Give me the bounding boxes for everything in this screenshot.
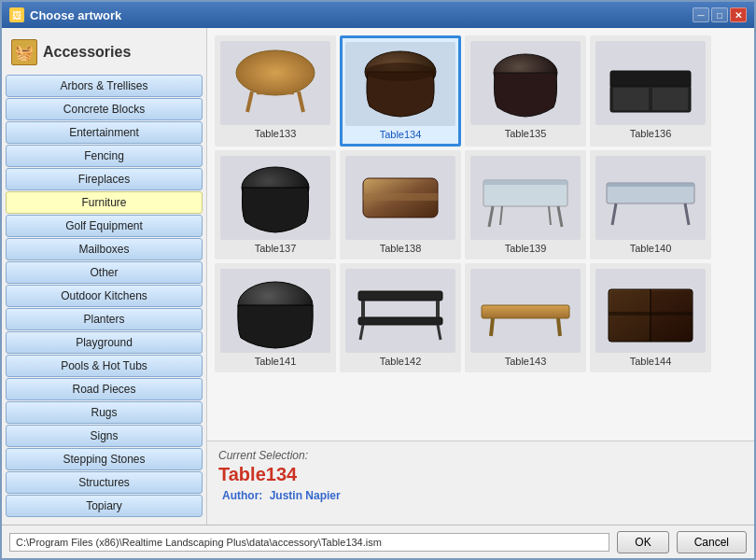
sidebar-item-playground[interactable]: Playground — [6, 331, 203, 354]
sidebar-item-concrete[interactable]: Concrete Blocks — [6, 98, 203, 120]
sidebar-item-pools[interactable]: Pools & Hot Tubs — [6, 355, 203, 377]
item-label-table143: Table143 — [505, 356, 547, 367]
item-table136[interactable]: Table136 — [590, 35, 711, 147]
item-table133[interactable]: Table133 — [215, 35, 336, 147]
svg-rect-25 — [358, 291, 442, 301]
selection-label: Current Selection: — [218, 449, 743, 462]
item-thumb-table142 — [345, 269, 455, 353]
item-label-table141: Table141 — [255, 356, 297, 367]
item-table139[interactable]: Table139 — [465, 150, 586, 259]
item-table140[interactable]: Table140 — [590, 150, 711, 259]
sidebar: 🧺 Accessories Arbors & Trellises Concret… — [2, 28, 207, 525]
selection-area: Current Selection: Table134 Author: Just… — [207, 441, 754, 525]
item-table138[interactable]: Table138 — [340, 150, 461, 259]
item-table135[interactable]: Table135 — [465, 35, 586, 147]
svg-rect-7 — [610, 71, 691, 88]
item-thumb-table144 — [595, 269, 706, 353]
item-thumb-table136 — [595, 41, 706, 125]
sidebar-item-mailboxes[interactable]: Mailboxes — [6, 238, 203, 260]
item-table141[interactable]: Table141 — [215, 263, 336, 372]
table140-svg — [599, 160, 702, 236]
svg-line-29 — [360, 325, 363, 340]
minimize-button[interactable]: ─ — [693, 7, 709, 22]
table137-svg — [224, 160, 327, 236]
table143-svg — [474, 273, 577, 349]
window-icon: 🖼 — [9, 7, 24, 22]
maximize-button[interactable]: □ — [711, 7, 728, 22]
svg-line-17 — [558, 206, 562, 227]
item-label-table138: Table138 — [380, 243, 422, 254]
item-thumb-table133 — [220, 41, 330, 125]
item-thumb-table134 — [345, 42, 455, 126]
author-value: Justin Napier — [270, 489, 341, 502]
sidebar-item-stepping[interactable]: Stepping Stones — [6, 448, 203, 470]
svg-point-0 — [236, 50, 315, 95]
sidebar-item-other[interactable]: Other — [6, 261, 203, 284]
main-area: Table133 — [207, 28, 754, 525]
table136-svg — [599, 45, 702, 121]
item-label-table137: Table137 — [255, 243, 297, 254]
sidebar-item-rugs[interactable]: Rugs — [6, 401, 203, 424]
close-button[interactable]: ✕ — [730, 7, 747, 22]
item-table144[interactable]: Table144 — [590, 263, 711, 372]
svg-rect-21 — [607, 183, 694, 187]
svg-line-18 — [500, 206, 502, 225]
svg-line-23 — [685, 203, 689, 225]
table142-svg — [349, 273, 452, 349]
item-label-table134: Table134 — [380, 129, 422, 140]
item-thumb-table138 — [345, 156, 455, 240]
svg-rect-15 — [483, 180, 567, 185]
svg-line-22 — [612, 203, 616, 225]
sidebar-item-planters[interactable]: Planters — [6, 308, 203, 330]
item-table142[interactable]: Table142 — [340, 263, 461, 372]
sidebar-item-road[interactable]: Road Pieces — [6, 378, 203, 400]
author-label: Author: — [222, 489, 262, 502]
item-label-table142: Table142 — [380, 356, 422, 367]
sidebar-item-signs[interactable]: Signs — [6, 425, 203, 447]
svg-line-33 — [558, 318, 560, 336]
svg-line-30 — [438, 325, 441, 340]
svg-line-16 — [489, 206, 493, 227]
sidebar-item-furniture[interactable]: Furniture — [6, 191, 203, 214]
item-table137[interactable]: Table137 — [215, 150, 336, 259]
item-table134[interactable]: Table134 — [340, 35, 461, 147]
window-controls: ─ □ ✕ — [693, 7, 747, 22]
file-path: C:\Program Files (x86)\Realtime Landscap… — [9, 533, 609, 552]
item-table143[interactable]: Table143 — [465, 263, 586, 372]
sidebar-item-entertainment[interactable]: Entertainment — [6, 121, 203, 144]
sidebar-item-topiary[interactable]: Topiary — [6, 495, 203, 517]
item-label-table135: Table135 — [505, 128, 547, 139]
content-area: 🧺 Accessories Arbors & Trellises Concret… — [2, 28, 754, 525]
sidebar-item-fencing[interactable]: Fencing — [6, 145, 203, 167]
svg-line-32 — [491, 318, 493, 336]
item-thumb-table141 — [220, 269, 330, 353]
sidebar-item-outdoor-kitchens[interactable]: Outdoor Kitchens — [6, 285, 203, 307]
table138-svg — [349, 160, 452, 236]
sidebar-list: Arbors & Trellises Concrete Blocks Enter… — [6, 75, 203, 517]
sidebar-item-arbors[interactable]: Arbors & Trellises — [6, 75, 203, 97]
svg-rect-9 — [613, 88, 649, 110]
svg-point-5 — [365, 63, 436, 81]
table135-svg — [474, 45, 577, 121]
sidebar-item-structures[interactable]: Structures — [6, 471, 203, 494]
svg-line-19 — [549, 206, 551, 225]
main-window: 🖼 Choose artwork ─ □ ✕ 🧺 Accessories Arb… — [0, 0, 756, 560]
table139-svg — [474, 160, 577, 236]
ok-button[interactable]: OK — [617, 531, 668, 553]
item-label-table139: Table139 — [505, 243, 547, 254]
cancel-button[interactable]: Cancel — [677, 531, 747, 553]
artwork-grid: Table133 — [207, 28, 754, 441]
selection-author: Author: Justin Napier — [218, 489, 743, 502]
item-thumb-table143 — [470, 269, 581, 353]
item-label-table140: Table140 — [630, 243, 672, 254]
sidebar-item-golf[interactable]: Golf Equipment — [6, 215, 203, 237]
table144-svg — [599, 273, 702, 349]
svg-rect-13 — [363, 193, 438, 201]
table141-svg — [224, 273, 327, 349]
item-thumb-table140 — [595, 156, 706, 240]
title-bar: 🖼 Choose artwork ─ □ ✕ — [2, 2, 754, 28]
svg-rect-10 — [652, 88, 688, 110]
selection-name: Table134 — [218, 464, 743, 485]
item-thumb-table135 — [470, 41, 581, 125]
sidebar-item-fireplaces[interactable]: Fireplaces — [6, 168, 203, 190]
